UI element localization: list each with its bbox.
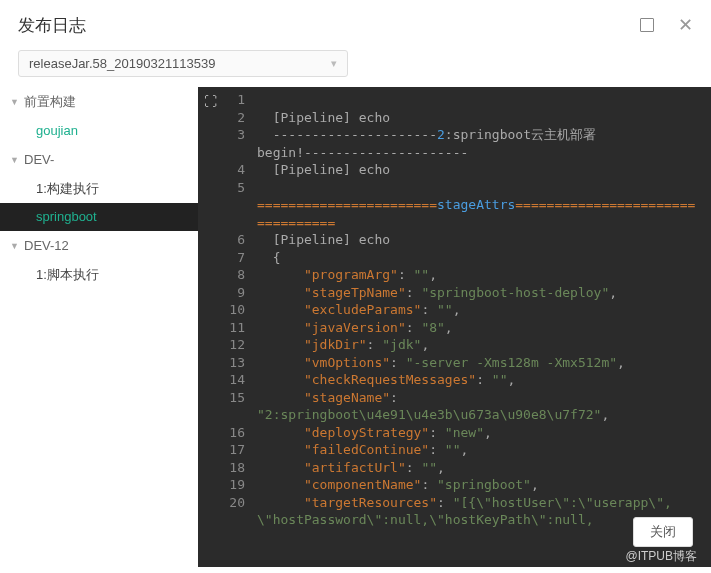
expand-icon[interactable] <box>640 18 654 32</box>
fullscreen-icon[interactable]: ⛶ <box>204 93 217 111</box>
tree-item[interactable]: springboot <box>0 203 198 231</box>
line-gutter: 1234567891011121314151617181920 <box>198 87 253 567</box>
chevron-down-icon: ▾ <box>331 57 337 70</box>
dialog-title: 发布日志 <box>18 14 86 37</box>
caret-down-icon: ▼ <box>10 235 20 257</box>
log-content: [Pipeline] echo ---------------------2:s… <box>253 87 711 567</box>
close-icon[interactable]: ✕ <box>678 14 693 36</box>
release-select-value: releaseJar.58_20190321113539 <box>29 56 216 71</box>
sidebar-tree: ▼前置构建goujian▼DEV-1:构建执行springboot▼DEV-12… <box>0 87 198 567</box>
tree-group[interactable]: ▼前置构建 <box>0 87 198 117</box>
tree-group[interactable]: ▼DEV- <box>0 145 198 175</box>
watermark: @ITPUB博客 <box>625 548 697 565</box>
tree-item[interactable]: goujian <box>0 117 198 145</box>
tree-item[interactable]: 1:脚本执行 <box>0 261 198 289</box>
caret-down-icon: ▼ <box>10 149 20 171</box>
tree-group[interactable]: ▼DEV-12 <box>0 231 198 261</box>
close-button[interactable]: 关闭 <box>633 517 693 547</box>
release-select[interactable]: releaseJar.58_20190321113539 ▾ <box>18 50 348 77</box>
tree-item[interactable]: 1:构建执行 <box>0 175 198 203</box>
log-viewer: ⛶ 1234567891011121314151617181920 [Pipel… <box>198 87 711 567</box>
caret-down-icon: ▼ <box>10 91 20 113</box>
